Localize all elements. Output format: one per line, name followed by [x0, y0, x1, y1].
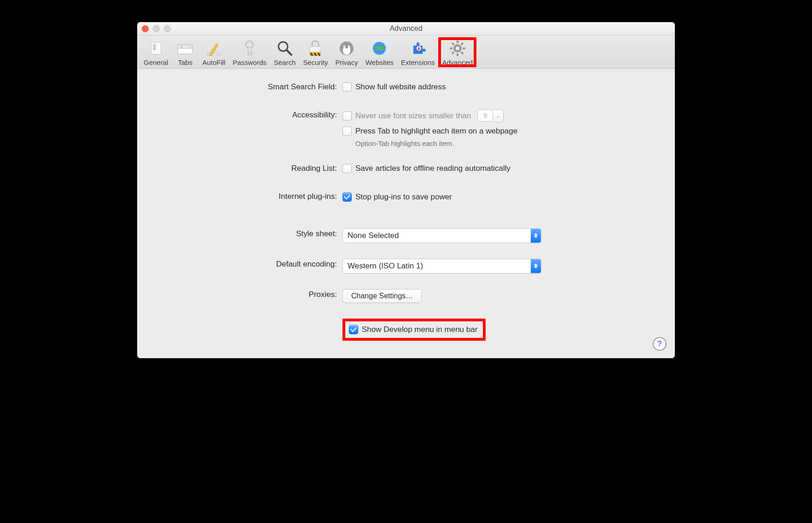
tab-privacy[interactable]: Privacy	[331, 37, 361, 67]
checkbox-stop-plugins[interactable]: Stop plug-ins to save power	[342, 192, 452, 203]
help-button[interactable]: ?	[653, 337, 667, 351]
svg-point-34	[456, 46, 459, 50]
svg-rect-31	[451, 51, 454, 54]
select-style-sheet[interactable]: None Selected	[342, 228, 541, 243]
passwords-icon	[240, 39, 259, 58]
tab-label: Advanced	[442, 58, 473, 66]
svg-rect-29	[450, 47, 452, 49]
checkbox-text: Show full website address	[355, 81, 446, 93]
checkbox-text: Stop plug-ins to save power	[355, 192, 452, 203]
tab-passwords[interactable]: Passwords	[229, 37, 270, 67]
row-proxies: Proxies: Change Settings…	[153, 289, 659, 303]
checkbox-text: Never use font sizes smaller than	[355, 110, 471, 122]
label-smart-search: Smart Search Field:	[153, 81, 342, 92]
checkbox-tab-highlight[interactable]: Press Tab to highlight each item on a we…	[342, 126, 517, 137]
checkbox-text: Save articles for offline reading automa…	[355, 163, 510, 174]
tab-extensions[interactable]: Extensions	[397, 37, 438, 67]
checkbox-offline-reading[interactable]: Save articles for offline reading automa…	[342, 163, 510, 174]
extensions-icon	[408, 39, 428, 58]
label-style-sheet: Style sheet:	[153, 228, 342, 238]
tab-advanced[interactable]: Advanced	[438, 37, 476, 67]
select-value: Western (ISO Latin 1)	[348, 262, 423, 271]
svg-rect-1	[153, 44, 156, 50]
search-icon	[275, 39, 295, 58]
svg-point-11	[248, 43, 251, 46]
tab-label: Privacy	[335, 58, 358, 66]
svg-rect-32	[460, 51, 464, 54]
checkbox-text: Press Tab to highlight each item on a we…	[355, 126, 517, 137]
svg-rect-30	[460, 42, 464, 46]
window-title: Advanced	[389, 24, 422, 32]
svg-line-15	[287, 50, 291, 55]
svg-rect-28	[463, 47, 465, 49]
select-default-encoding[interactable]: Western (ISO Latin 1)	[342, 259, 541, 273]
svg-text:+: +	[190, 45, 192, 49]
minimize-window-button[interactable]	[153, 25, 160, 32]
row-style-sheet: Style sheet: None Selected	[153, 228, 659, 243]
svg-marker-8	[209, 44, 218, 56]
svg-rect-13	[248, 52, 253, 54]
min-font-value: 9	[477, 110, 493, 122]
tab-search[interactable]: Search	[270, 37, 300, 67]
tab-label: Websites	[365, 58, 394, 66]
tab-autofill[interactable]: AutoFill	[198, 37, 229, 67]
checkbox-text: Show Develop menu in menu bar	[362, 324, 477, 335]
tab-websites[interactable]: Websites	[362, 37, 397, 67]
row-reading-list: Reading List: Save articles for offline …	[153, 163, 659, 175]
checkbox-show-full-url[interactable]: Show full website address	[342, 81, 446, 93]
svg-rect-0	[151, 42, 161, 54]
window-controls	[142, 25, 171, 32]
titlebar: Advanced	[137, 22, 675, 35]
tab-label: Security	[303, 58, 328, 66]
row-default-encoding: Default encoding: Western (ISO Latin 1)	[153, 259, 659, 273]
checkbox-box	[342, 82, 352, 92]
label-reading-list: Reading List:	[153, 163, 342, 173]
tab-security[interactable]: Security	[299, 37, 331, 67]
tabs-icon: ×+	[175, 39, 195, 58]
checkbox-box	[342, 111, 352, 121]
svg-text:×: ×	[180, 45, 182, 48]
row-accessibility: Accessibility: Never use font sizes smal…	[153, 110, 659, 147]
tab-label: General	[144, 58, 168, 66]
row-develop-menu: Show Develop menu in menu bar	[153, 319, 659, 341]
checkbox-box	[342, 127, 352, 136]
label-default-encoding: Default encoding:	[153, 259, 342, 269]
tab-label: Tabs	[178, 58, 193, 66]
tab-label: AutoFill	[202, 58, 225, 66]
select-arrows-icon	[531, 259, 541, 273]
preferences-window: Advanced General ×+ Tabs AutoFill Pa	[137, 22, 675, 358]
checkbox-min-font-size[interactable]: Never use font sizes smaller than 9 ⌄	[342, 110, 504, 122]
tab-label: Passwords	[232, 58, 266, 66]
select-value: None Selected	[348, 231, 399, 240]
websites-icon	[370, 39, 389, 58]
autofill-icon	[204, 39, 223, 58]
privacy-icon	[337, 39, 356, 58]
svg-rect-26	[457, 41, 458, 43]
checkbox-box	[349, 325, 358, 334]
security-icon	[306, 39, 325, 58]
label-plugins: Internet plug-ins:	[153, 191, 342, 201]
close-window-button[interactable]	[142, 25, 149, 32]
preferences-toolbar: General ×+ Tabs AutoFill Passwords Searc…	[137, 35, 675, 69]
label-accessibility: Accessibility:	[153, 110, 342, 120]
advanced-gear-icon	[448, 39, 467, 58]
checkbox-box	[342, 192, 352, 202]
advanced-pane: Smart Search Field: Show full website ad…	[137, 69, 675, 358]
select-arrows-icon	[531, 229, 541, 243]
chevron-down-icon[interactable]: ⌄	[493, 110, 504, 122]
min-font-stepper[interactable]: 9 ⌄	[477, 110, 504, 122]
checkbox-show-develop-menu[interactable]: Show Develop menu in menu bar	[349, 324, 477, 335]
label-proxies: Proxies:	[153, 289, 342, 299]
checkbox-box	[342, 164, 352, 173]
note-option-tab: Option-Tab highlights each item.	[355, 139, 659, 147]
tab-general[interactable]: General	[140, 37, 172, 67]
zoom-window-button[interactable]	[164, 25, 171, 32]
annotation-highlight: Show Develop menu in menu bar	[342, 319, 486, 341]
tab-tabs[interactable]: ×+ Tabs	[172, 37, 198, 67]
tab-label: Extensions	[401, 58, 435, 66]
general-icon	[146, 39, 166, 58]
svg-rect-33	[451, 42, 454, 46]
button-change-proxy-settings[interactable]: Change Settings…	[342, 289, 422, 303]
row-plugins: Internet plug-ins: Stop plug-ins to save…	[153, 191, 659, 203]
row-smart-search: Smart Search Field: Show full website ad…	[153, 81, 659, 94]
